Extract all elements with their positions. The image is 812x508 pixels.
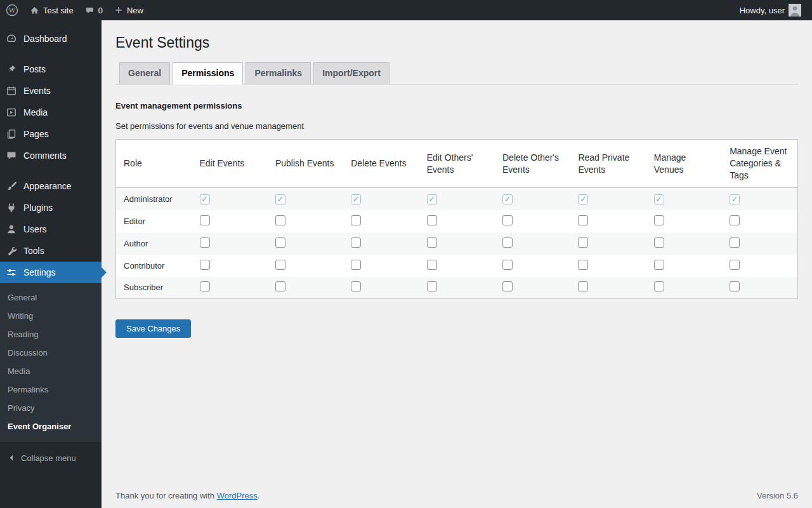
checkbox-subscriber-edit-others-events[interactable]	[427, 281, 437, 291]
checkbox-subscriber-manage-event-categories-tags[interactable]	[730, 281, 740, 291]
sidebar-item-users[interactable]: Users	[0, 218, 102, 240]
permission-cell	[192, 232, 268, 255]
checkbox-author-edit-others-events[interactable]	[427, 237, 437, 248]
sidebar-item-label: Appearance	[23, 181, 72, 191]
posts-icon	[5, 64, 18, 75]
checkbox-contributor-manage-venues[interactable]	[654, 260, 664, 270]
checkbox-contributor-delete-events[interactable]	[351, 260, 361, 270]
permission-cell	[570, 232, 646, 255]
tab-general[interactable]: General	[119, 62, 170, 85]
checkbox-contributor-edit-others-events[interactable]	[427, 260, 437, 270]
table-row-editor: Editor	[116, 210, 798, 232]
sidebar-item-appearance[interactable]: Appearance	[0, 175, 102, 197]
role-label: Contributor	[116, 255, 192, 277]
sidebar-item-comments[interactable]: Comments	[0, 145, 102, 166]
new-content-menu[interactable]: New	[108, 0, 149, 20]
checkbox-subscriber-manage-venues[interactable]	[654, 281, 664, 291]
checkbox-contributor-read-private-events[interactable]	[578, 260, 588, 270]
checkbox-administrator-publish-events	[275, 194, 285, 204]
comments-menu[interactable]: 0	[79, 0, 108, 20]
column-header-manage-event-categories-tags: Manage Event Categories & Tags	[722, 140, 797, 188]
settings-tabs: GeneralPermissionsPermalinksImport/Expor…	[115, 62, 798, 85]
avatar	[789, 4, 801, 17]
sidebar-item-events[interactable]: Events	[0, 80, 102, 102]
submenu-item-event-organiser[interactable]: Event Organiser	[0, 417, 102, 436]
settings-submenu: GeneralWritingReadingDiscussionMediaPerm…	[0, 283, 102, 442]
sidebar-item-settings[interactable]: Settings	[0, 262, 102, 283]
permission-cell	[495, 210, 570, 232]
wordpress-logo-menu[interactable]: W	[0, 0, 24, 20]
home-icon	[30, 6, 39, 15]
checkbox-subscriber-publish-events[interactable]	[275, 281, 285, 291]
role-label: Editor	[116, 210, 192, 232]
sidebar-item-posts[interactable]: Posts	[0, 58, 102, 80]
checkbox-editor-publish-events[interactable]	[275, 215, 285, 225]
checkbox-contributor-publish-events[interactable]	[275, 260, 285, 270]
sidebar-item-dashboard[interactable]: Dashboard	[0, 28, 102, 50]
permission-cell	[192, 210, 268, 232]
submenu-item-permalinks[interactable]: Permalinks	[0, 380, 102, 399]
submenu-item-reading[interactable]: Reading	[0, 325, 102, 344]
permission-cell	[495, 188, 570, 210]
checkbox-author-edit-events[interactable]	[200, 237, 210, 248]
wordpress-link[interactable]: WordPress	[217, 491, 258, 500]
checkbox-editor-read-private-events[interactable]	[578, 215, 588, 225]
checkbox-author-manage-venues[interactable]	[654, 237, 664, 248]
permission-cell	[419, 277, 495, 299]
admin-sidebar: DashboardPostsEventsMediaPagesCommentsAp…	[0, 20, 102, 508]
submenu-item-writing[interactable]: Writing	[0, 307, 102, 325]
permission-cell	[570, 277, 646, 299]
permission-cell	[268, 188, 343, 210]
checkbox-author-delete-events[interactable]	[351, 237, 361, 248]
checkbox-subscriber-edit-events[interactable]	[200, 281, 210, 291]
tab-permalinks[interactable]: Permalinks	[246, 62, 311, 85]
checkbox-editor-edit-others-events[interactable]	[427, 215, 437, 225]
sidebar-item-label: Comments	[23, 150, 67, 161]
permission-cell	[192, 277, 268, 299]
checkbox-author-manage-event-categories-tags[interactable]	[730, 237, 740, 248]
checkbox-author-read-private-events[interactable]	[578, 237, 588, 248]
tab-permissions[interactable]: Permissions	[173, 62, 243, 85]
submenu-item-discussion[interactable]: Discussion	[0, 344, 102, 362]
checkbox-editor-manage-event-categories-tags[interactable]	[730, 215, 740, 225]
permission-cell	[192, 188, 268, 210]
checkbox-contributor-manage-event-categories-tags[interactable]	[730, 260, 740, 270]
checkbox-subscriber-delete-events[interactable]	[351, 281, 361, 291]
footer-thanks-text: Thank you for creating with	[115, 491, 217, 500]
checkbox-editor-edit-events[interactable]	[200, 215, 210, 225]
checkbox-editor-manage-venues[interactable]	[654, 215, 664, 225]
submenu-item-privacy[interactable]: Privacy	[0, 399, 102, 417]
tab-import-export[interactable]: Import/Export	[313, 62, 390, 85]
page-title: Event Settings	[115, 34, 798, 53]
plugins-icon	[5, 202, 18, 213]
checkbox-editor-delete-other-s-events[interactable]	[502, 215, 513, 225]
checkbox-contributor-delete-other-s-events[interactable]	[502, 260, 513, 270]
sidebar-item-pages[interactable]: Pages	[0, 123, 102, 145]
sidebar-item-media[interactable]: Media	[0, 102, 102, 123]
save-changes-button[interactable]: Save Changes	[115, 319, 191, 338]
checkbox-author-delete-other-s-events[interactable]	[502, 237, 513, 248]
checkbox-contributor-edit-events[interactable]	[200, 260, 210, 270]
permission-cell	[343, 210, 419, 232]
collapse-menu-button[interactable]: Collapse menu	[0, 447, 102, 469]
sidebar-item-tools[interactable]: Tools	[0, 240, 102, 262]
comment-count: 0	[98, 6, 103, 15]
sidebar-item-plugins[interactable]: Plugins	[0, 197, 102, 218]
checkbox-author-publish-events[interactable]	[275, 237, 285, 248]
sidebar-item-label: Events	[23, 86, 51, 96]
site-name: Test site	[43, 6, 74, 15]
checkbox-editor-delete-events[interactable]	[351, 215, 361, 225]
account-menu[interactable]: Howdy, user	[734, 4, 807, 17]
column-header-edit-events: Edit Events	[192, 140, 268, 188]
sidebar-item-label: Plugins	[23, 203, 53, 213]
site-name-menu[interactable]: Test site	[24, 0, 79, 20]
submenu-item-media[interactable]: Media	[0, 362, 102, 380]
checkbox-subscriber-delete-other-s-events[interactable]	[502, 281, 513, 291]
sidebar-item-label: Posts	[23, 64, 46, 74]
permission-cell	[343, 232, 419, 255]
submenu-item-general[interactable]: General	[0, 288, 102, 307]
permission-cell	[419, 255, 495, 277]
checkbox-subscriber-read-private-events[interactable]	[578, 281, 588, 291]
table-header-row: RoleEdit EventsPublish EventsDelete Even…	[116, 140, 798, 188]
permission-cell	[646, 188, 722, 210]
